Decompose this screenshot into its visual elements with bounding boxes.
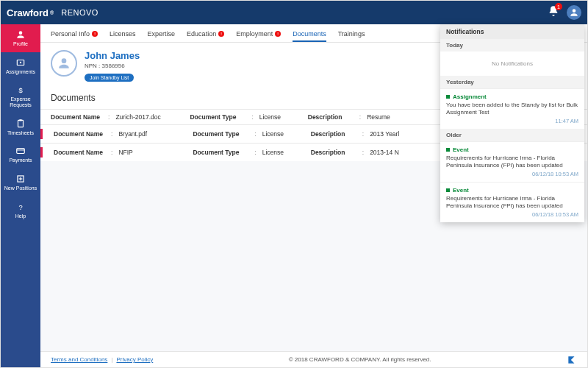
doc-type: License xyxy=(259,113,304,121)
tab-employment[interactable]: Employment! xyxy=(236,30,281,38)
alert-icon: ! xyxy=(218,31,224,37)
doc-name: Zurich-2017.doc xyxy=(115,113,185,121)
clipboard-icon xyxy=(15,118,26,129)
tab-label: Licenses xyxy=(110,30,136,38)
sidebar-label: Profile xyxy=(13,41,28,47)
notif-text: Requirements for Hurricane Irma - Florid… xyxy=(446,155,578,169)
sidebar: Profile Assignments $ Expense Requests T… xyxy=(1,24,40,367)
notifications-bell[interactable]: 1 xyxy=(548,5,559,20)
card-icon xyxy=(15,146,26,156)
person-icon xyxy=(569,7,579,18)
notif-empty: No Notifications xyxy=(440,52,584,76)
footer: Terms and Conditions | Privacy Policy © … xyxy=(40,351,587,367)
notif-badge: 1 xyxy=(555,3,562,10)
svg-text:$: $ xyxy=(18,87,23,94)
tab-label: Employment xyxy=(236,30,273,38)
person-icon xyxy=(57,56,71,71)
notif-text: Requirements for Hurricane Irma - Florid… xyxy=(446,195,578,210)
tab-licenses[interactable]: Licenses xyxy=(110,30,136,38)
tab-trainings[interactable]: Trainings xyxy=(338,30,365,38)
notif-older-header: Older xyxy=(440,129,584,141)
svg-rect-3 xyxy=(18,120,24,127)
sidebar-item-payments[interactable]: Payments xyxy=(1,141,40,169)
sidebar-item-timesheets[interactable]: Timesheets xyxy=(1,113,40,141)
doc-type: License xyxy=(262,130,306,138)
tab-label: Trainings xyxy=(338,30,365,38)
sidebar-label: Payments xyxy=(9,158,32,163)
footer-logo-icon xyxy=(567,355,577,365)
notif-item[interactable]: Event Requirements for Hurricane Irma - … xyxy=(440,182,584,222)
tab-label: Documents xyxy=(293,30,326,38)
dollar-icon: $ xyxy=(15,85,26,95)
tab-personal-info[interactable]: Personal Info! xyxy=(51,30,98,38)
tab-expertise[interactable]: Expertise xyxy=(148,30,176,38)
row-marker xyxy=(40,129,43,139)
sidebar-label: Assignments xyxy=(6,69,35,75)
tab-education[interactable]: Education! xyxy=(187,30,224,38)
brand-logo: Crawford® xyxy=(7,7,54,18)
svg-point-1 xyxy=(20,62,21,63)
privacy-link[interactable]: Privacy Policy xyxy=(116,356,153,363)
app-name: RENOVO xyxy=(61,8,98,17)
terms-link[interactable]: Terms and Conditions xyxy=(51,356,107,363)
sidebar-item-assignments[interactable]: Assignments xyxy=(1,52,40,80)
assignments-icon xyxy=(15,57,26,68)
notifications-panel: Notifications Today No Notifications Yes… xyxy=(440,24,584,222)
notif-time: 11:47 AM xyxy=(446,118,578,124)
notif-time: 06/12/18 10:53 AM xyxy=(446,211,578,218)
tab-documents[interactable]: Documents xyxy=(293,30,326,42)
col-name-label: Document Name xyxy=(51,113,102,121)
person-name: John James xyxy=(85,50,140,61)
notif-today-header: Today xyxy=(440,39,584,52)
svg-text:?: ? xyxy=(18,203,22,210)
doc-name: Bryant.pdf xyxy=(118,130,188,138)
sidebar-label: Help xyxy=(15,213,26,219)
svg-rect-4 xyxy=(19,119,22,121)
col-desc-label: Description xyxy=(308,113,354,121)
col-desc-label: Description xyxy=(311,130,356,138)
col-type-label: Document Type xyxy=(190,113,245,121)
doc-name: NFIP xyxy=(118,149,188,156)
body: Profile Assignments $ Expense Requests T… xyxy=(1,24,587,367)
col-name-label: Document Name xyxy=(54,130,105,138)
app-root: Crawford® RENOVO 1 Profile Assignments $… xyxy=(0,0,588,368)
sidebar-label: New Positions xyxy=(4,185,37,191)
copyright: © 2018 CRAWFORD & COMPANY. All rights re… xyxy=(153,356,567,363)
main-area: Personal Info! Licenses Expertise Educat… xyxy=(40,24,587,367)
notif-item[interactable]: Assignment You have been added to the St… xyxy=(440,88,584,129)
sidebar-label: Expense Requests xyxy=(2,96,39,107)
user-avatar[interactable] xyxy=(567,5,581,20)
alert-icon: ! xyxy=(275,31,281,37)
col-type-label: Document Type xyxy=(193,130,248,138)
alert-icon: ! xyxy=(92,31,98,37)
row-marker xyxy=(40,147,43,158)
profile-avatar xyxy=(51,50,77,77)
sidebar-item-profile[interactable]: Profile xyxy=(1,24,40,52)
col-name-label: Document Name xyxy=(54,149,105,156)
doc-type: License xyxy=(262,149,306,156)
profile-icon xyxy=(15,29,26,40)
top-bar: Crawford® RENOVO 1 xyxy=(1,1,587,24)
tab-label: Expertise xyxy=(148,30,176,38)
plus-icon xyxy=(15,174,26,184)
notif-yesterday-header: Yesterday xyxy=(440,76,584,88)
join-standby-button[interactable]: Join Standby List xyxy=(85,74,134,82)
notif-time: 06/12/18 10:53 AM xyxy=(446,171,578,177)
notif-item[interactable]: Event Requirements for Hurricane Irma - … xyxy=(440,141,584,182)
notif-tag: Event xyxy=(446,146,578,153)
sidebar-label: Timesheets xyxy=(7,130,34,136)
sidebar-item-expense[interactable]: $ Expense Requests xyxy=(1,79,40,113)
brand-text: Crawford xyxy=(7,7,49,18)
notif-text: You have been added to the Standy by lis… xyxy=(446,102,578,116)
sidebar-item-positions[interactable]: New Positions xyxy=(1,169,40,197)
notif-tag: Event xyxy=(446,187,578,194)
profile-info: John James NPN : 3586956 Join Standby Li… xyxy=(85,50,140,82)
sidebar-item-help[interactable]: ? Help xyxy=(1,197,40,224)
col-desc-label: Description xyxy=(311,149,356,156)
separator: | xyxy=(111,356,112,363)
brand-reg: ® xyxy=(50,10,54,15)
tab-label: Education xyxy=(187,30,216,38)
help-icon: ? xyxy=(15,202,26,212)
col-type-label: Document Type xyxy=(193,149,248,156)
svg-rect-5 xyxy=(17,149,25,154)
